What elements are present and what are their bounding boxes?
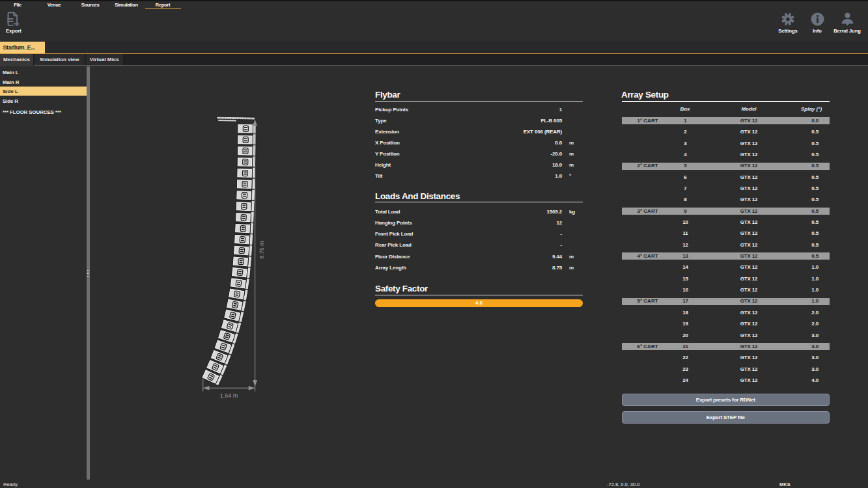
svg-text:1.64 m: 1.64 m xyxy=(220,392,238,399)
svg-text:8.75 m: 8.75 m xyxy=(259,241,265,259)
